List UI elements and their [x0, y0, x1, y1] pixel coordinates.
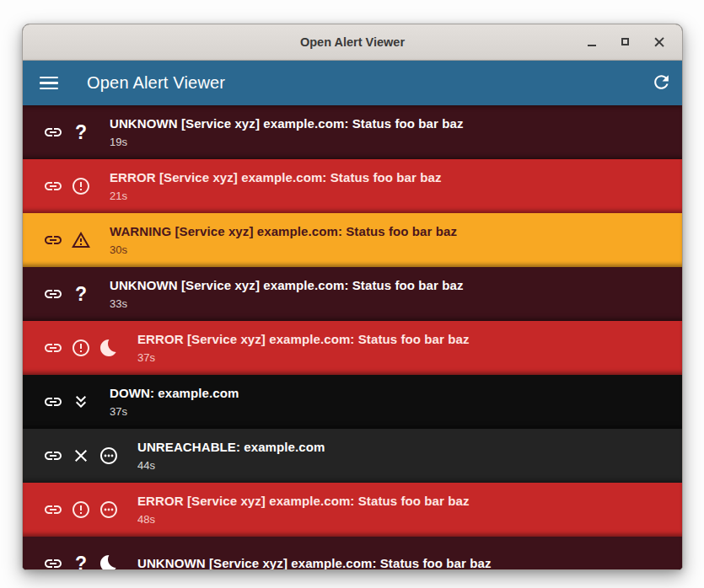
window-controls [581, 31, 670, 53]
app-title: Open Alert Viewer [87, 73, 648, 93]
alert-age: 19s [110, 134, 464, 150]
alert-title: WARNING [Service xyz] example.com: Statu… [110, 222, 457, 241]
moon-icon [99, 338, 119, 358]
app-window: Open Alert Viewer Open Alert Viewer ?UNK… [22, 24, 683, 570]
alert-text: UNREACHABLE: example.com44s [137, 438, 325, 473]
alert-title: UNREACHABLE: example.com [137, 438, 325, 457]
alert-age: 21s [110, 188, 442, 204]
alert-age: 48s [137, 511, 470, 527]
alert-age: 37s [137, 350, 470, 366]
alert-list: ?UNKNOWN [Service xyz] example.com: Stat… [23, 105, 682, 570]
link-icon[interactable] [43, 284, 63, 304]
alert-title: ERROR [Service xyz] example.com: Status … [137, 492, 470, 510]
link-icon[interactable] [43, 122, 63, 142]
alert-row[interactable]: ?UNKNOWN [Service xyz] example.com: Stat… [23, 267, 682, 321]
minimize-icon [588, 45, 596, 46]
link-icon[interactable] [43, 392, 63, 412]
question-icon: ? [71, 122, 91, 142]
close-icon [654, 37, 664, 47]
alert-text: ERROR [Service xyz] example.com: Status … [137, 330, 470, 366]
window-titlebar[interactable]: Open Alert Viewer [23, 24, 682, 61]
link-icon[interactable] [43, 176, 63, 196]
app-header: Open Alert Viewer [23, 61, 682, 105]
double-chevron-down-icon [71, 392, 91, 412]
alert-text: ERROR [Service xyz] example.com: Status … [110, 168, 442, 204]
alert-text: WARNING [Service xyz] example.com: Statu… [110, 222, 457, 258]
alert-title: UNKNOWN [Service xyz] example.com: Statu… [110, 276, 464, 295]
maximize-button[interactable] [615, 31, 637, 53]
refresh-icon [651, 72, 672, 95]
alert-row[interactable]: ERROR [Service xyz] example.com: Status … [23, 159, 682, 213]
link-icon[interactable] [43, 338, 63, 358]
alert-text: ERROR [Service xyz] example.com: Status … [137, 492, 470, 527]
alert-age: 33s [110, 296, 464, 312]
question-icon: ? [71, 284, 91, 304]
exclamation-circle-icon [71, 338, 91, 358]
alert-row[interactable]: ?UNKNOWN [Service xyz] example.com: Stat… [23, 105, 682, 159]
question-icon: ? [71, 553, 91, 570]
ellipsis-circle-icon [99, 446, 119, 466]
ellipsis-circle-icon [99, 500, 119, 520]
alert-row[interactable]: WARNING [Service xyz] example.com: Statu… [23, 213, 682, 267]
refresh-button[interactable] [648, 71, 674, 96]
link-icon[interactable] [43, 446, 63, 466]
alert-title: ERROR [Service xyz] example.com: Status … [137, 330, 470, 349]
alert-age: 30s [110, 242, 457, 258]
alert-title: ERROR [Service xyz] example.com: Status … [110, 168, 442, 187]
minimize-button[interactable] [581, 31, 603, 53]
exclamation-circle-icon [71, 176, 91, 196]
alert-age: 37s [110, 404, 239, 420]
menu-button[interactable] [36, 71, 62, 96]
alert-text: UNKNOWN [Service xyz] example.com: Statu… [110, 276, 464, 312]
link-icon[interactable] [43, 230, 63, 250]
alert-text: UNKNOWN [Service xyz] example.com: Statu… [110, 115, 464, 150]
alert-row[interactable]: DOWN: example.com37s [23, 375, 682, 429]
exclamation-circle-icon [71, 500, 91, 520]
maximize-icon [621, 38, 629, 45]
cross-icon [71, 446, 91, 466]
alert-row[interactable]: ERROR [Service xyz] example.com: Status … [23, 483, 682, 537]
alert-row[interactable]: ?UNKNOWN [Service xyz] example.com: Stat… [23, 537, 682, 570]
alert-title: UNKNOWN [Service xyz] example.com: Statu… [137, 554, 492, 570]
alert-text: UNKNOWN [Service xyz] example.com: Statu… [137, 554, 492, 570]
moon-icon [99, 553, 119, 570]
alert-title: UNKNOWN [Service xyz] example.com: Statu… [110, 115, 464, 133]
alert-row[interactable]: UNREACHABLE: example.com44s [23, 429, 682, 483]
link-icon[interactable] [43, 553, 63, 570]
alert-age: 44s [137, 457, 325, 473]
close-button[interactable] [648, 31, 670, 53]
hamburger-icon [40, 77, 58, 90]
link-icon[interactable] [43, 500, 63, 520]
alert-text: DOWN: example.com37s [110, 384, 239, 420]
alert-row[interactable]: ERROR [Service xyz] example.com: Status … [23, 321, 682, 375]
warning-triangle-icon [71, 230, 91, 250]
alert-title: DOWN: example.com [110, 384, 239, 403]
